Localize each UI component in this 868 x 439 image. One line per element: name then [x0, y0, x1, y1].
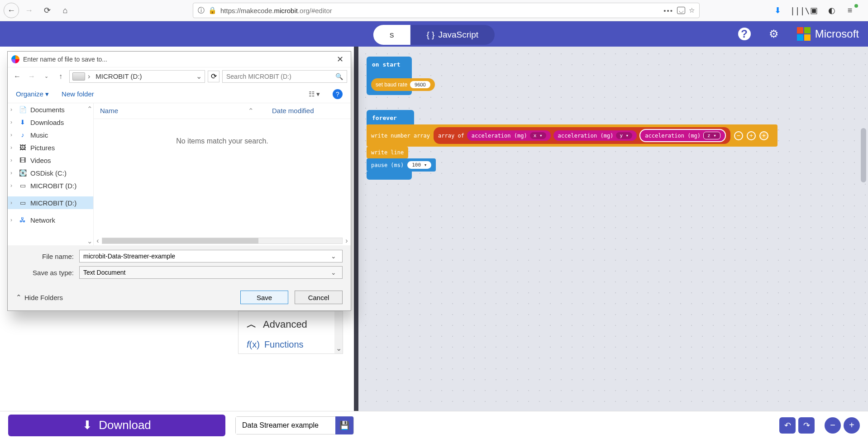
- view-options-button[interactable]: ☷ ▾: [309, 90, 320, 98]
- breadcrumb-current[interactable]: MICROBIT (D:): [93, 72, 144, 80]
- menu-icon[interactable]: ≡: [844, 6, 855, 15]
- col-name[interactable]: Name ⌃: [100, 107, 272, 115]
- download-label: Download: [99, 418, 151, 432]
- zoom-out-button[interactable]: −: [825, 417, 841, 434]
- block-write-number-array[interactable]: write number array array of acceleration…: [367, 124, 777, 147]
- reader-icon[interactable]: ◡: [677, 7, 685, 14]
- dialog-close-button[interactable]: ✕: [333, 52, 347, 66]
- blocks-tab-tail: s: [390, 30, 394, 40]
- organize-button[interactable]: Organize ▾: [16, 90, 49, 98]
- url-bar[interactable]: ⓘ 🔒 https://makecode.microbit.org/#edito…: [193, 3, 700, 18]
- dialog-recent-button[interactable]: ⌄: [40, 71, 52, 82]
- downloads-icon[interactable]: ⬇: [772, 5, 783, 15]
- accel-z[interactable]: acceleration (mg) z ▾: [639, 129, 726, 142]
- hide-folders-toggle[interactable]: ⌃ Hide Folders: [16, 293, 63, 301]
- accel-y-dd[interactable]: y ▾: [616, 132, 632, 139]
- col-date[interactable]: Date modified: [272, 107, 344, 115]
- videos-icon: 🎞: [19, 156, 27, 164]
- info-icon: ⓘ: [198, 6, 205, 15]
- undo-button[interactable]: ↶: [779, 417, 796, 434]
- project-name-input[interactable]: [236, 417, 335, 434]
- save-as-type-value: Text Document: [83, 269, 329, 276]
- home-button[interactable]: ⌂: [57, 2, 73, 19]
- project-name-field: 💾: [235, 416, 354, 434]
- tree-documents[interactable]: ›📄Documents: [8, 103, 93, 116]
- search-icon: 🔍: [335, 73, 343, 80]
- functions-icon: f(x): [247, 339, 260, 350]
- tree-network[interactable]: ›🖧Network: [8, 214, 93, 226]
- save-project-button[interactable]: 💾: [335, 416, 353, 434]
- dialog-search-input[interactable]: Search MICROBIT (D:) 🔍: [222, 70, 347, 83]
- dialog-nav: ← → ⌄ ↑ › MICROBIT (D:) ⌄ ⟳ Search MICRO…: [8, 67, 351, 85]
- save-as-type-dropdown[interactable]: ⌄: [329, 269, 339, 276]
- new-folder-button[interactable]: New folder: [62, 90, 94, 98]
- save-button[interactable]: Save: [240, 291, 288, 304]
- accel-x-dd[interactable]: x ▾: [530, 132, 546, 139]
- block-pause[interactable]: pause (ms) 100 ▾: [367, 158, 436, 172]
- advanced-label: Advanced: [263, 319, 307, 330]
- dialog-up-button[interactable]: ↑: [55, 71, 67, 82]
- toolbox-functions[interactable]: f(x) Functions: [238, 338, 343, 353]
- zoom-in-button[interactable]: +: [844, 417, 860, 434]
- workspace-scrollbar[interactable]: [861, 128, 866, 182]
- array-remove-btn[interactable]: −: [734, 131, 743, 140]
- tree-scrollbar[interactable]: ⌃⌄: [86, 103, 93, 245]
- dialog-breadcrumb[interactable]: › MICROBIT (D:) ⌄: [69, 70, 205, 83]
- advanced-toggle[interactable]: ︿ Advanced: [238, 311, 343, 338]
- dialog-forward-button[interactable]: →: [26, 71, 38, 82]
- tab-javascript[interactable]: { } JavaScript: [410, 25, 495, 45]
- tree-osdisk[interactable]: ›💽OSDisk (C:): [8, 167, 93, 179]
- tree-downloads[interactable]: ›⬇Downloads: [8, 116, 93, 129]
- write-line-label: write line: [371, 149, 404, 156]
- settings-icon[interactable]: ⚙: [769, 28, 779, 40]
- accel-y[interactable]: acceleration (mg) y ▾: [553, 130, 637, 141]
- dialog-body: ›📄Documents ›⬇Downloads ›♪Music ›🖼Pictur…: [8, 103, 351, 245]
- blocks-workspace[interactable]: on start set baud rate 9600 forever writ…: [354, 47, 868, 411]
- array-add-btn[interactable]: +: [747, 131, 756, 140]
- accel-z-dd[interactable]: z ▾: [703, 132, 720, 139]
- pause-value[interactable]: 100 ▾: [407, 161, 431, 169]
- file-pane-hscroll[interactable]: ‹ ›: [94, 236, 351, 245]
- reload-button[interactable]: ⟳: [39, 2, 55, 19]
- accel-x[interactable]: acceleration (mg) x ▾: [467, 130, 551, 141]
- baud-value[interactable]: 9600: [410, 81, 430, 88]
- save-as-type-combo[interactable]: Text Document ⌄: [79, 266, 343, 279]
- library-icon[interactable]: |||\: [790, 6, 801, 15]
- back-button[interactable]: ←: [4, 3, 19, 18]
- bottom-bar: ⬇ Download 💾 ↶ ↷ − +: [0, 411, 868, 439]
- redo-button[interactable]: ↷: [798, 417, 815, 434]
- dialog-help-button[interactable]: ?: [333, 89, 343, 99]
- tree-microbit-2[interactable]: ›▭MICROBIT (D:): [8, 196, 93, 209]
- file-name-dropdown[interactable]: ⌄: [329, 253, 339, 260]
- chevron-up-icon-2: ⌃: [16, 293, 22, 301]
- help-icon[interactable]: ?: [738, 28, 751, 40]
- forward-button[interactable]: →: [21, 2, 37, 19]
- tree-microbit-1[interactable]: ›▭MICROBIT (D:): [8, 179, 93, 192]
- sidebar-icon[interactable]: ▣: [808, 5, 819, 15]
- download-icon: ⬇: [82, 418, 92, 432]
- array-of-pill: array of acceleration (mg) x ▾ accelerat…: [434, 127, 730, 144]
- tree-pictures[interactable]: ›🖼Pictures: [8, 141, 93, 154]
- more-icon[interactable]: •••: [663, 7, 673, 14]
- search-placeholder: Search MICROBIT (D:): [226, 73, 333, 80]
- profile-icon[interactable]: ◐: [826, 5, 837, 15]
- block-write-line[interactable]: write line: [367, 147, 408, 158]
- dialog-back-button[interactable]: ←: [11, 71, 23, 82]
- block-set-baud-rate[interactable]: set baud rate 9600: [371, 78, 435, 91]
- toolbox-scroll-down[interactable]: ⌄: [335, 344, 342, 352]
- breadcrumb-dropdown[interactable]: ⌄: [196, 72, 202, 81]
- file-name-input[interactable]: [83, 253, 329, 260]
- dialog-refresh-button[interactable]: ⟳: [208, 71, 219, 82]
- cancel-button[interactable]: Cancel: [295, 291, 343, 304]
- tree-videos[interactable]: ›🎞Videos: [8, 154, 93, 167]
- set-baud-label: set baud rate: [376, 81, 407, 88]
- download-button[interactable]: ⬇ Download: [8, 415, 225, 436]
- dialog-title: Enter name of file to save to...: [23, 56, 107, 63]
- tree-music[interactable]: ›♪Music: [8, 129, 93, 141]
- microsoft-brand[interactable]: Microsoft: [797, 27, 859, 41]
- toolbox-scrollbar[interactable]: ⌄: [334, 311, 343, 353]
- browser-toolbar: ← → ⟳ ⌂ ⓘ 🔒 https://makecode.microbit.or…: [0, 0, 868, 21]
- bookmark-icon[interactable]: ☆: [689, 6, 695, 14]
- tab-blocks[interactable]: s: [373, 25, 410, 45]
- array-add-btn-2[interactable]: +: [759, 131, 768, 140]
